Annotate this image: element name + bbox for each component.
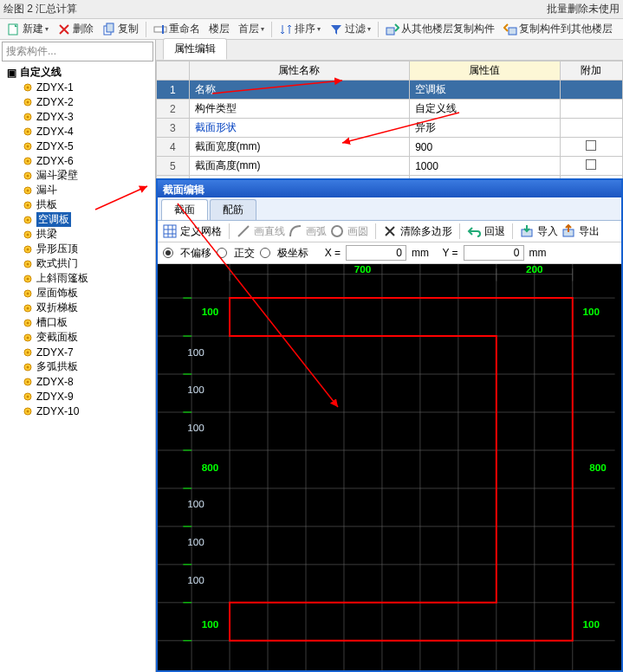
filter-button[interactable]: 过滤▾ <box>326 21 374 37</box>
property-row[interactable]: 5截面高度(mm)1000 <box>157 157 623 176</box>
first-floor-select[interactable]: 首层▾ <box>235 21 268 37</box>
svg-point-20 <box>27 174 29 177</box>
prop-extra[interactable] <box>560 81 622 100</box>
tree-item[interactable]: 屋面饰板 <box>23 286 155 300</box>
tree-item[interactable]: ZDYX-2 <box>23 94 155 109</box>
col-name: 属性名称 <box>189 61 410 81</box>
col-extra: 附加 <box>560 61 622 81</box>
prop-value[interactable]: 空调板 <box>410 81 561 100</box>
section-toolbar: 定义网格 画直线 画弧 画圆 清除多边形 回退 导入 导出 <box>158 221 621 242</box>
tree-item[interactable]: 多弧拱板 <box>23 359 155 374</box>
tree-item[interactable]: ZDYX-5 <box>23 139 155 153</box>
property-row[interactable]: 2构件类型自定义线 <box>157 100 623 119</box>
component-tree[interactable]: ▣ 自定义线 ZDYX-1ZDYX-2ZDYX-3ZDYX-4ZDYX-5ZDY… <box>0 63 155 672</box>
circle-icon <box>330 224 344 238</box>
copy-from-other-button[interactable]: 从其他楼层复制构件 <box>382 21 498 37</box>
minus-icon: ▣ <box>7 67 16 79</box>
section-canvas[interactable]: 700 200 800 800 100 100 100 100 100 100 … <box>158 264 621 670</box>
gear-icon <box>23 377 33 387</box>
y-input[interactable] <box>464 245 524 261</box>
tree-item[interactable]: 槽口板 <box>23 315 155 330</box>
section-editor-title[interactable]: 截面编辑 <box>158 180 621 197</box>
tab-rebar[interactable]: 配筋 <box>210 199 256 220</box>
tab-section[interactable]: 截面 <box>161 199 208 220</box>
prop-extra[interactable] <box>560 138 622 157</box>
export-button[interactable]: 导出 <box>579 224 600 239</box>
svg-point-52 <box>27 410 29 412</box>
tree-item[interactable]: 上斜雨篷板 <box>23 271 155 286</box>
tree-item-label: 欧式拱门 <box>36 256 78 271</box>
copy-to-other-button[interactable]: 复制构件到其他楼层 <box>500 21 616 37</box>
copy-to-icon <box>503 23 517 36</box>
tree-item[interactable]: 变截面板 <box>23 330 155 345</box>
tree-item[interactable]: ZDYX-4 <box>23 124 155 139</box>
tree-item[interactable]: ZDYX-8 <box>23 374 155 389</box>
tree-item[interactable]: ZDYX-6 <box>23 153 155 168</box>
prop-extra[interactable] <box>560 100 622 119</box>
undo-button[interactable]: 回退 <box>484 224 505 239</box>
tree-item[interactable]: ZDYX-7 <box>23 345 155 359</box>
svg-point-26 <box>27 218 29 221</box>
gear-icon <box>23 259 33 269</box>
tree-item[interactable]: 欧式拱门 <box>23 256 155 271</box>
property-row[interactable]: 3截面形状异形 <box>157 119 623 138</box>
import-button[interactable]: 导入 <box>537 224 558 239</box>
tree-item[interactable]: 拱板 <box>23 197 155 212</box>
property-row[interactable]: 4截面宽度(mm)900 <box>157 138 623 157</box>
radio-no-offset[interactable] <box>163 248 173 258</box>
tree-item[interactable]: 双折梯板 <box>23 300 155 315</box>
dim-left-800: 800 <box>202 462 219 473</box>
new-button[interactable]: 新建▾ <box>3 21 52 37</box>
gear-icon <box>23 274 33 284</box>
svg-point-34 <box>27 277 29 280</box>
x-input[interactable] <box>346 245 406 261</box>
svg-text:100: 100 <box>187 346 204 358</box>
prop-value[interactable]: 1000 <box>410 157 561 176</box>
gear-icon <box>23 229 33 240</box>
clear-polygon-button[interactable]: 清除多边形 <box>400 224 452 239</box>
svg-rect-4 <box>162 25 164 34</box>
search-input[interactable]: 搜索构件... <box>2 42 153 61</box>
svg-point-50 <box>27 395 29 397</box>
prop-name: 构件类型 <box>189 100 410 119</box>
svg-rect-3 <box>154 27 166 32</box>
prop-value[interactable]: 异形 <box>410 119 561 138</box>
col-value: 属性值 <box>410 61 561 81</box>
tree-item-label: 槽口板 <box>36 315 68 330</box>
tree-item-label: 漏斗 <box>36 183 57 197</box>
prop-extra[interactable] <box>560 119 622 138</box>
prop-value[interactable]: 自定义线 <box>410 100 561 119</box>
sort-button[interactable]: 排序▾ <box>276 21 324 37</box>
tree-item[interactable]: ZDYX-3 <box>23 109 155 124</box>
define-grid-button[interactable]: 定义网格 <box>180 224 222 239</box>
tree-item[interactable]: ZDYX-1 <box>23 80 155 94</box>
svg-point-42 <box>27 336 29 339</box>
tree-item[interactable]: 拱梁 <box>23 227 155 242</box>
svg-text:100: 100 <box>187 384 204 395</box>
copy-button[interactable]: 复制 <box>99 21 142 37</box>
svg-point-32 <box>27 262 29 265</box>
prop-name: 截面形状 <box>189 119 410 138</box>
tree-item[interactable]: 漏斗 <box>23 183 155 197</box>
tree-item[interactable]: ZDYX-9 <box>23 389 155 404</box>
gear-icon <box>23 333 33 343</box>
delete-button[interactable]: 删除 <box>54 21 97 37</box>
section-tabs: 截面 配筋 <box>158 197 621 221</box>
tree-item-label: ZDYX-8 <box>36 376 74 388</box>
new-icon <box>7 23 21 36</box>
tree-item[interactable]: 空调板 <box>23 212 155 227</box>
prop-extra[interactable] <box>560 157 622 176</box>
tree-root[interactable]: ▣ 自定义线 <box>7 65 155 80</box>
svg-rect-6 <box>509 28 516 35</box>
gear-icon <box>23 141 33 152</box>
rename-button[interactable]: 重命名 <box>150 21 204 37</box>
tree-item[interactable]: ZDYX-10 <box>23 404 155 418</box>
x-label: X = <box>325 247 341 259</box>
tree-item[interactable]: 漏斗梁壁 <box>23 168 155 183</box>
radio-ortho[interactable] <box>217 248 227 258</box>
prop-value[interactable]: 900 <box>410 138 561 157</box>
property-row[interactable]: 1名称空调板 <box>157 81 623 100</box>
tab-property-edit[interactable]: 属性编辑 <box>163 38 227 60</box>
radio-polar[interactable] <box>260 248 270 258</box>
tree-item[interactable]: 异形压顶 <box>23 242 155 256</box>
